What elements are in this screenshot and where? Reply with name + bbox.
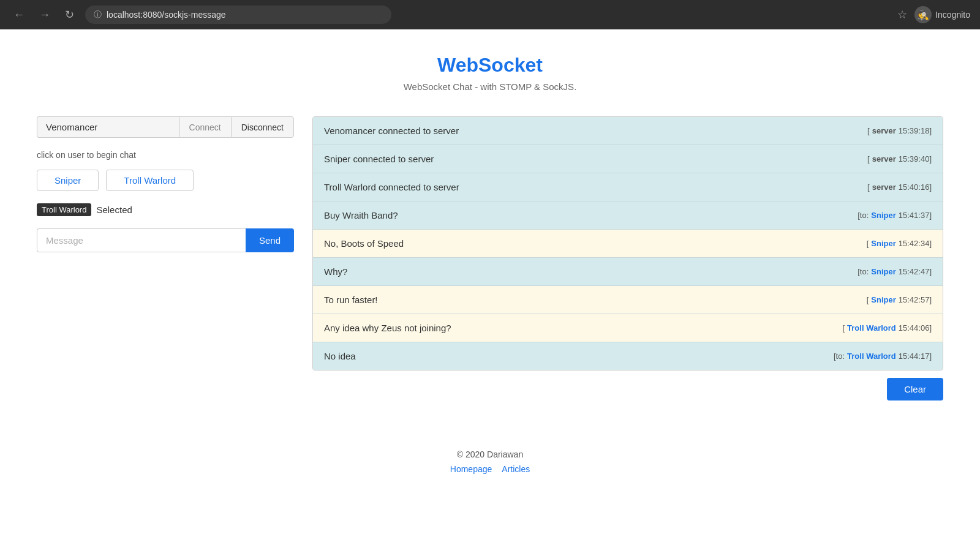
chat-row: To run faster![Sniper 15:42:57]: [313, 286, 943, 314]
chat-message-text: Troll Warlord connected to server: [324, 182, 459, 192]
chat-messages: Venomancer connected to server[server 15…: [312, 116, 943, 370]
left-panel: Connect Disconnect click on user to begi…: [37, 116, 294, 252]
chat-row: Any idea why Zeus not joining?[Troll War…: [313, 314, 943, 342]
username-input[interactable]: [37, 116, 179, 138]
address-bar[interactable]: ⓘ localhost:8080/sockjs-message: [85, 6, 391, 24]
chat-message-text: Why?: [324, 266, 347, 277]
footer: © 2020 Dariawan HomepageArticles: [37, 437, 943, 474]
chat-row: Sniper connected to server[server 15:39:…: [313, 145, 943, 173]
back-button[interactable]: ←: [10, 6, 28, 24]
clear-row: Clear: [312, 378, 943, 401]
user-button-sniper[interactable]: Sniper: [37, 170, 99, 191]
chat-message-meta: [Troll Warlord 15:44:06]: [842, 323, 932, 333]
browser-chrome: ← → ↻ ⓘ localhost:8080/sockjs-message ☆ …: [0, 0, 980, 29]
selected-row: Troll Warlord Selected: [37, 203, 294, 216]
chat-message-text: Sniper connected to server: [324, 154, 434, 164]
browser-right-controls: ☆ 🕵 Incognito: [897, 6, 970, 23]
footer-links: HomepageArticles: [37, 464, 943, 474]
page-subtitle: WebSocket Chat - with STOMP & SockJS.: [37, 81, 943, 92]
selected-label: Selected: [96, 205, 132, 215]
chat-message-text: Any idea why Zeus not joining?: [324, 323, 451, 333]
send-button[interactable]: Send: [246, 228, 294, 252]
selected-badge: Troll Warlord: [37, 203, 91, 216]
user-buttons: Sniper Troll Warlord: [37, 170, 294, 191]
chat-message-text: To run faster!: [324, 295, 378, 305]
incognito-label: Incognito: [935, 10, 970, 20]
chat-row: No idea[to: Troll Warlord 15:44:17]: [313, 342, 943, 370]
lock-icon: ⓘ: [94, 9, 102, 20]
page-title: WebSocket: [37, 54, 943, 77]
username-row: Connect Disconnect: [37, 116, 294, 138]
chat-row: Troll Warlord connected to server[server…: [313, 173, 943, 201]
chat-message-text: No, Boots of Speed: [324, 238, 404, 249]
incognito-icon: 🕵: [914, 6, 932, 23]
clear-button[interactable]: Clear: [887, 378, 943, 401]
chat-message-meta: [to: Troll Warlord 15:44:17]: [834, 352, 932, 361]
chat-message-meta: [server 15:39:18]: [867, 126, 932, 135]
click-hint: click on user to begin chat: [37, 150, 294, 160]
message-input[interactable]: [37, 228, 246, 252]
incognito-indicator: 🕵 Incognito: [914, 6, 970, 23]
chat-row: No, Boots of Speed[Sniper 15:42:34]: [313, 230, 943, 258]
page-content: WebSocket WebSocket Chat - with STOMP & …: [0, 29, 980, 511]
chat-row: Venomancer connected to server[server 15…: [313, 117, 943, 145]
chat-message-meta: [server 15:39:40]: [867, 154, 932, 164]
star-icon[interactable]: ☆: [897, 8, 907, 21]
reload-button[interactable]: ↻: [61, 6, 78, 24]
page-header: WebSocket WebSocket Chat - with STOMP & …: [37, 54, 943, 92]
chat-message-text: No idea: [324, 351, 356, 361]
forward-button[interactable]: →: [36, 6, 54, 24]
user-button-troll-warlord[interactable]: Troll Warlord: [106, 170, 194, 191]
url-text: localhost:8080/sockjs-message: [107, 10, 226, 20]
footer-link-articles[interactable]: Articles: [502, 464, 530, 474]
chat-message-text: Venomancer connected to server: [324, 126, 459, 136]
disconnect-button[interactable]: Disconnect: [231, 116, 294, 138]
chat-message-meta: [Sniper 15:42:34]: [867, 239, 932, 248]
chat-message-text: Buy Wraith Band?: [324, 210, 398, 220]
chat-message-meta: [server 15:40:16]: [867, 182, 932, 192]
chat-row: Why?[to: Sniper 15:42:47]: [313, 258, 943, 286]
connect-button[interactable]: Connect: [179, 116, 231, 138]
footer-link-homepage[interactable]: Homepage: [450, 464, 492, 474]
right-panel: Venomancer connected to server[server 15…: [312, 116, 943, 401]
chat-row: Buy Wraith Band?[to: Sniper 15:41:37]: [313, 201, 943, 230]
main-layout: Connect Disconnect click on user to begi…: [37, 116, 943, 401]
message-row: Send: [37, 228, 294, 252]
chat-message-meta: [to: Sniper 15:42:47]: [858, 267, 932, 276]
footer-copyright: © 2020 Dariawan: [37, 449, 943, 459]
chat-message-meta: [Sniper 15:42:57]: [867, 295, 932, 304]
chat-message-meta: [to: Sniper 15:41:37]: [858, 211, 932, 220]
